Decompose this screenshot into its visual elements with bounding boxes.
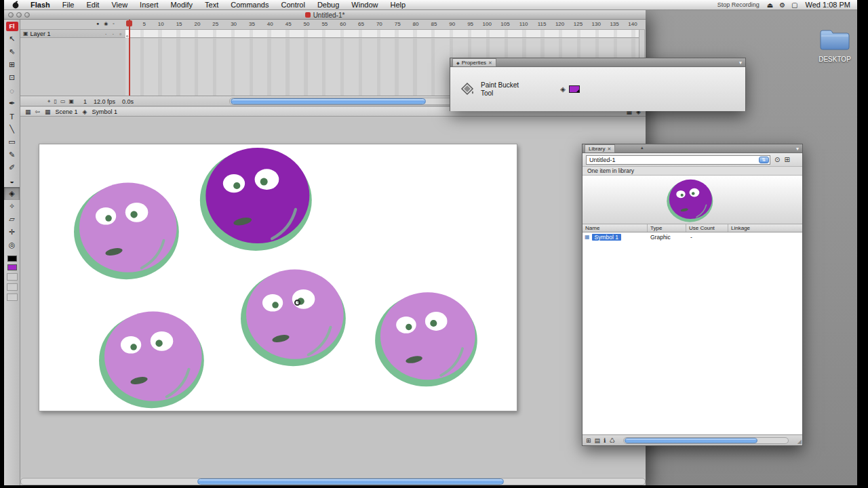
center-frame-icon[interactable]: ⌖	[47, 98, 51, 105]
tool-paint-bucket[interactable]: ◈	[4, 187, 20, 200]
tool-lasso[interactable]: ◌	[4, 84, 20, 97]
layer-outline-swatch[interactable]: ▫	[119, 31, 121, 37]
library-column-header[interactable]: Use Count	[686, 224, 728, 232]
tool-subselection[interactable]: ⇖	[4, 45, 20, 58]
sort-direction-icon[interactable]: ▴	[641, 145, 644, 150]
tool-option-3[interactable]	[7, 293, 18, 301]
layer-locked-dot[interactable]: ·	[112, 31, 114, 37]
menu-item[interactable]: Control	[275, 0, 311, 10]
breadcrumb-scene[interactable]: Scene 1	[56, 108, 78, 115]
tool-option-2[interactable]	[7, 283, 18, 291]
new-library-panel-icon[interactable]: ⊞	[784, 156, 789, 163]
back-arrow-icon[interactable]: ⇦	[35, 108, 41, 115]
tool-hand[interactable]: ✛	[4, 226, 20, 239]
edit-multiple-frames-icon[interactable]: ▣	[68, 98, 74, 105]
library-scroll-thumb[interactable]	[625, 438, 757, 443]
breadcrumb-symbol[interactable]: Symbol 1	[92, 108, 118, 115]
settings-icon[interactable]: ⚙	[779, 1, 785, 9]
timeline-frame-ruler[interactable]: 5101520253035404550556065707580859095100…	[127, 21, 637, 28]
close-tab-icon[interactable]: ✕	[488, 60, 492, 66]
tool-brush[interactable]: ✐	[4, 161, 20, 174]
lock-column-icon[interactable]: ◉	[104, 21, 108, 26]
library-preview[interactable]	[583, 176, 802, 224]
menu-item[interactable]: View	[105, 0, 134, 10]
tab-properties[interactable]: ◆ Properties ✕	[452, 58, 496, 66]
dropdown-arrows-icon[interactable]: ⇅	[759, 157, 769, 163]
blob-character-bottom-left[interactable]	[98, 307, 207, 409]
display-icon[interactable]: ▢	[791, 1, 797, 9]
fill-color-chip[interactable]	[569, 85, 580, 93]
menu-item[interactable]: Insert	[134, 0, 165, 10]
tab-library[interactable]: Library ✕	[585, 144, 615, 152]
tool-eraser[interactable]: ▱	[4, 213, 20, 226]
timeline-layer-row[interactable]: ▣ Layer 1 ··▫	[20, 29, 125, 38]
tool-option-1[interactable]	[7, 273, 18, 281]
library-row[interactable]: ▦ Symbol 1 Graphic -	[583, 232, 802, 241]
pin-icon[interactable]: ⊙	[774, 156, 780, 163]
new-folder-icon[interactable]: ▤	[595, 437, 601, 444]
menu-item[interactable]: File	[56, 0, 81, 10]
stop-recording-item[interactable]: Stop Recording	[717, 1, 760, 8]
eject-icon[interactable]: ⏏	[767, 1, 773, 9]
menu-item[interactable]: Debug	[311, 0, 345, 10]
menu-item[interactable]: Commands	[224, 0, 275, 10]
menu-clock[interactable]: Wed 1:08 PM	[806, 1, 850, 9]
apple-menu-icon[interactable]	[4, 1, 24, 9]
onion-skin-outlines-icon[interactable]: ▭	[60, 98, 66, 105]
panel-menu-icon[interactable]: ▾	[796, 146, 802, 152]
stage-pasteboard[interactable]	[20, 117, 646, 477]
blob-character-right[interactable]	[372, 288, 483, 387]
menu-item[interactable]: Help	[384, 0, 412, 10]
library-item-name[interactable]: Symbol 1	[592, 234, 621, 241]
window-title-bar[interactable]: Untitled-1*	[4, 10, 646, 20]
tool-text[interactable]: T	[4, 110, 20, 123]
timeline-scroll-thumb[interactable]	[231, 98, 426, 104]
tool-selection[interactable]: ↖	[4, 33, 20, 45]
stroke-color-swatch[interactable]	[7, 256, 17, 262]
frame-rate-value[interactable]: 12.0 fps	[94, 98, 115, 105]
library-column-header[interactable]: Type	[648, 224, 686, 232]
onion-skin-icon[interactable]: ▯	[54, 98, 57, 105]
library-document-dropdown[interactable]: Untitled-1 ⇅	[586, 155, 770, 165]
stage-canvas[interactable]	[39, 144, 517, 411]
blob-character-dark[interactable]	[199, 143, 315, 251]
new-symbol-icon[interactable]: ⊞	[586, 437, 591, 444]
library-horizontal-scrollbar[interactable]	[623, 437, 789, 444]
layer-name[interactable]: Layer 1	[31, 30, 51, 37]
stage-horizontal-scrollbar[interactable]	[20, 478, 646, 485]
resize-grip-icon[interactable]: ◢	[797, 439, 802, 445]
tool-rectangle[interactable]: ▭	[4, 136, 20, 148]
close-tab-icon[interactable]: ✕	[607, 146, 611, 152]
tool-pencil[interactable]: ✎	[4, 148, 20, 161]
fill-color-swatch[interactable]	[7, 264, 17, 270]
menu-item[interactable]: Window	[345, 0, 384, 10]
library-column-header[interactable]: Name	[583, 224, 648, 232]
library-column-header[interactable]: Linkage	[728, 224, 802, 232]
panel-menu-icon[interactable]: ▾	[739, 60, 745, 66]
tool-gradient-transform[interactable]: ⊡	[4, 71, 20, 84]
menu-item[interactable]: Edit	[80, 0, 105, 10]
desktop-folder[interactable]: DESKTOP	[814, 27, 856, 63]
tool-zoom[interactable]: ◎	[4, 239, 20, 251]
tool-eyedropper[interactable]: ✧	[4, 200, 20, 213]
stage-scroll-thumb[interactable]	[197, 479, 504, 485]
layer-frames-strip[interactable]	[125, 29, 639, 38]
layer-visible-dot[interactable]: ·	[105, 31, 107, 37]
menu-item[interactable]: Flash	[24, 0, 56, 10]
delete-icon[interactable]: ♺	[609, 437, 614, 444]
tool-free-transform[interactable]: ⊞	[4, 58, 20, 71]
library-item-list[interactable]: ▦ Symbol 1 Graphic -	[583, 232, 802, 434]
show-hide-column-icon[interactable]: ●	[96, 21, 99, 26]
tool-pen[interactable]: ✒	[4, 97, 20, 110]
tool-ink-bottle[interactable]: ◒	[4, 174, 20, 187]
blob-character-top-left[interactable]	[73, 178, 182, 280]
blob-character-middle[interactable]	[240, 265, 349, 367]
menu-item[interactable]: Modify	[165, 0, 199, 10]
show-timeline-icon[interactable]: ▦	[25, 108, 31, 115]
library-tab-bar[interactable]: Library ✕ ▾	[583, 144, 802, 153]
properties-icon[interactable]: ℹ	[604, 437, 606, 444]
menu-item[interactable]: Text	[199, 0, 224, 10]
tool-line[interactable]: ╲	[4, 123, 20, 136]
properties-tab-bar[interactable]: ◆ Properties ✕ ▾	[450, 58, 745, 67]
outline-column-icon[interactable]: ▫	[113, 21, 114, 26]
